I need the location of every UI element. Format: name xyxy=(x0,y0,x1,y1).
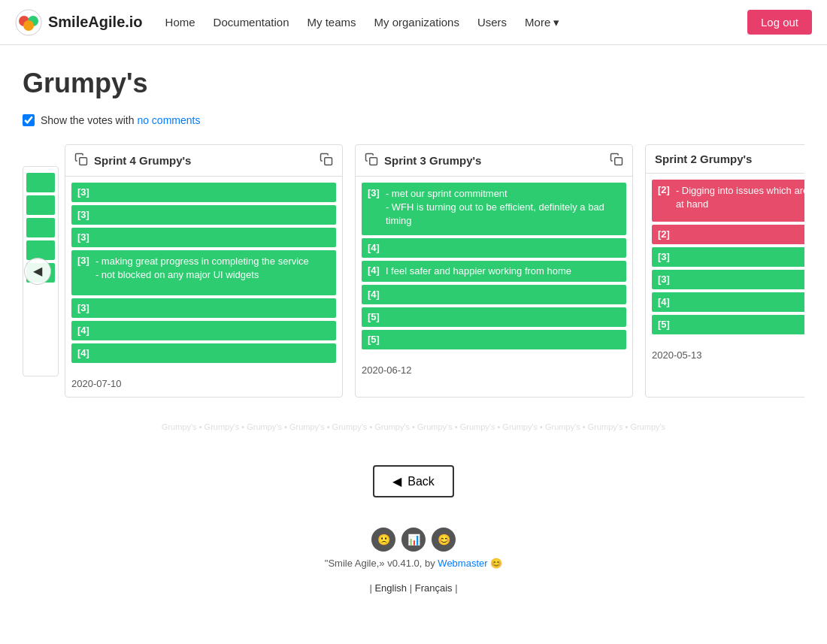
webmaster-link[interactable]: Webmaster xyxy=(438,558,487,569)
vote-row: [3] xyxy=(652,247,804,267)
nav-my-organizations[interactable]: My organizations xyxy=(374,16,459,29)
nav-more[interactable]: More ▾ xyxy=(525,16,559,29)
nav-documentation[interactable]: Documentation xyxy=(214,16,289,29)
sprints-wrapper: ◀ xyxy=(23,144,804,398)
footer: 🙁 📊 😊 "Smile Agile,» v0.41.0, by Webmast… xyxy=(0,528,827,615)
separator-mid: | xyxy=(410,582,415,594)
footer-emoji: 😊 xyxy=(490,558,502,569)
chevron-down-icon: ▾ xyxy=(553,16,559,29)
brand-logo-icon xyxy=(15,9,42,36)
sprint-card-sprint2: ▶ Sprint 2 Grumpy's [2] - Digging into i… xyxy=(645,144,804,398)
footer-lang: | English | Français | xyxy=(0,576,827,600)
nav-links: Home Documentation My teams My organizat… xyxy=(165,16,747,29)
vote-row: [4] xyxy=(652,292,804,312)
back-section: ◀ Back xyxy=(0,465,827,497)
sad-face-button[interactable]: 🙁 xyxy=(371,528,395,552)
separator-right: | xyxy=(455,582,457,594)
sprint-date-sprint2: 2020-05-13 xyxy=(646,343,804,368)
vote-row: [5] xyxy=(652,315,804,334)
svg-rect-5 xyxy=(325,158,332,165)
copy-icon-right[interactable] xyxy=(320,153,333,168)
sprint-body-sprint2: [2] - Digging into issues which are unre… xyxy=(646,174,804,343)
sprint-card-sprint3: Sprint 3 Grumpy's [3] - met our sprint c… xyxy=(355,144,633,398)
sprint-title-sprint2: Sprint 2 Grumpy's xyxy=(655,153,752,165)
checkbox-label: Show the votes with no comments xyxy=(41,114,200,126)
sprint-header-sprint2: Sprint 2 Grumpy's xyxy=(646,145,804,174)
no-comments-link[interactable]: no comments xyxy=(137,114,200,126)
copy-icon-right-s3[interactable] xyxy=(610,153,623,168)
nav-users[interactable]: Users xyxy=(477,16,507,29)
svg-point-3 xyxy=(23,20,34,31)
main-content: Grumpy's Show the votes with no comments… xyxy=(0,45,827,413)
sprint-body-sprint4: [3] [3] [3] [3] - making great progress … xyxy=(65,177,342,372)
filter-row: Show the votes with no comments xyxy=(23,114,804,126)
footer-version: "Smile Agile,» v0.41.0, by Webmaster 😊 xyxy=(0,558,827,569)
footer-icons: 🙁 📊 😊 xyxy=(0,528,827,552)
chart-button[interactable]: 📊 xyxy=(401,528,426,552)
brand-name: SmileAgile.io xyxy=(48,14,143,31)
vote-row: [4] xyxy=(71,321,336,340)
nav-home[interactable]: Home xyxy=(165,16,195,29)
sprint-header-sprint4: Sprint 4 Grumpy's xyxy=(65,145,342,177)
vote-row: [3] - making great progress in completin… xyxy=(71,250,336,295)
chevron-left-icon: ◀ xyxy=(33,264,42,278)
arrow-left-icon: ◀ xyxy=(392,474,401,488)
vote-row: [3] xyxy=(71,183,336,202)
page-title: Grumpy's xyxy=(23,68,804,99)
sprint-header-sprint3: Sprint 3 Grumpy's xyxy=(356,145,632,177)
vote-row: [5] xyxy=(362,307,626,327)
sprint-date-sprint4: 2020-07-10 xyxy=(65,372,342,397)
vote-row: [5] xyxy=(362,330,626,349)
sprint-title-sprint3: Sprint 3 Grumpy's xyxy=(384,154,481,167)
back-button[interactable]: ◀ Back xyxy=(373,465,454,497)
svg-rect-7 xyxy=(615,158,623,165)
vote-row: [2] xyxy=(652,225,804,244)
sprint-body-sprint3: [3] - met our sprint commitment- WFH is … xyxy=(356,177,632,358)
navbar: SmileAgile.io Home Documentation My team… xyxy=(0,0,827,45)
footer-version-text: "Smile Agile,» v0.41.0, by xyxy=(325,558,438,569)
back-label: Back xyxy=(407,475,435,488)
vote-row: [3] xyxy=(652,270,804,289)
svg-rect-6 xyxy=(370,158,377,165)
show-votes-checkbox[interactable] xyxy=(23,114,35,126)
copy-icon-left[interactable] xyxy=(74,153,88,168)
brand-logo-link[interactable]: SmileAgile.io xyxy=(15,9,143,36)
copy-icon-left-s3[interactable] xyxy=(365,153,378,168)
vote-row: [4] xyxy=(71,343,336,363)
watermark-text: Grumpy's • Grumpy's • Grumpy's • Grumpy'… xyxy=(162,422,665,431)
nav-my-teams[interactable]: My teams xyxy=(307,16,356,29)
sprint-title-sprint4: Sprint 4 Grumpy's xyxy=(94,154,191,167)
sprint-date-sprint3: 2020-06-12 xyxy=(356,358,632,383)
nav-arrow-left[interactable]: ◀ xyxy=(24,258,51,285)
lang-french[interactable]: Français xyxy=(415,582,453,594)
vote-row: [4] I feel safer and happier working fro… xyxy=(362,261,626,282)
sprints-container: Sprint 4 Grumpy's [3] [3] xyxy=(65,144,804,398)
vote-row: [3] xyxy=(71,298,336,318)
svg-rect-4 xyxy=(80,158,87,165)
logout-button[interactable]: Log out xyxy=(747,10,812,35)
vote-row: [4] xyxy=(362,285,626,304)
happy-face-button[interactable]: 😊 xyxy=(432,528,456,552)
vote-row: [3] - met our sprint commitment- WFH is … xyxy=(362,183,626,235)
vote-row: [4] xyxy=(362,238,626,258)
watermark: Grumpy's • Grumpy's • Grumpy's • Grumpy'… xyxy=(0,420,827,443)
vote-row: [3] xyxy=(71,205,336,225)
sprint-card-sprint4: Sprint 4 Grumpy's [3] [3] xyxy=(65,144,343,398)
vote-row: [2] - Digging into issues which are unre… xyxy=(652,180,804,222)
lang-english[interactable]: English xyxy=(374,582,407,594)
vote-row: [3] xyxy=(71,228,336,247)
